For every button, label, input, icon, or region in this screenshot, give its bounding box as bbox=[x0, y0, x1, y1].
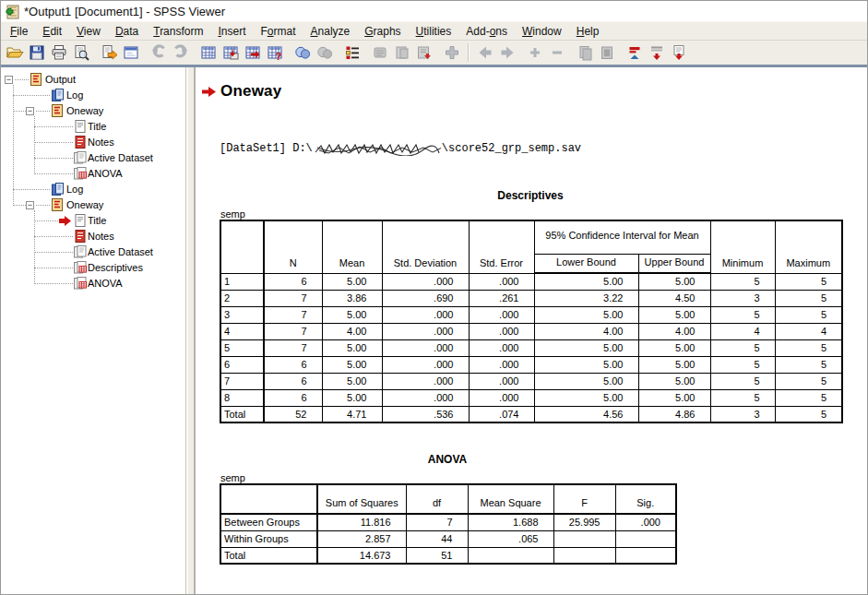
value-cell: .000 bbox=[469, 273, 534, 290]
value-cell: 3.86 bbox=[322, 290, 382, 306]
tree-item-oneway[interactable]: −Oneway bbox=[1, 197, 185, 213]
dataset-path-line: [DataSet1] D:\ \score52_grp_semp.sav bbox=[220, 141, 867, 156]
menu-analyze[interactable]: Analyze bbox=[303, 23, 358, 40]
descriptives-header: Upper Bound bbox=[638, 254, 710, 273]
panel-splitter[interactable] bbox=[186, 67, 196, 594]
variables-list-icon[interactable] bbox=[341, 42, 363, 64]
show-output-icon bbox=[574, 42, 596, 64]
value-cell: 5 bbox=[775, 273, 842, 290]
variables-icon[interactable]: ? bbox=[264, 42, 286, 64]
menu-graphs[interactable]: Graphs bbox=[357, 23, 408, 40]
value-cell: 5 bbox=[710, 306, 775, 323]
tree-item-label: Log bbox=[66, 89, 83, 101]
dataset-path-prefix: [DataSet1] D:\ bbox=[220, 142, 313, 155]
open-file-icon[interactable] bbox=[4, 42, 26, 64]
menu-view[interactable]: View bbox=[69, 23, 108, 40]
tree-item-notes[interactable]: Notes bbox=[1, 229, 185, 244]
table-icon bbox=[73, 166, 88, 181]
tree-item-log[interactable]: Log bbox=[1, 88, 185, 103]
tree-item-anova[interactable]: ANOVA bbox=[1, 166, 185, 182]
print-preview-icon[interactable] bbox=[70, 42, 92, 64]
row-label-cell: 3 bbox=[220, 306, 264, 323]
promote-output-icon[interactable] bbox=[624, 42, 646, 64]
dataset-icon bbox=[73, 150, 88, 165]
data-editor-icon[interactable] bbox=[197, 42, 220, 64]
menu-insert[interactable]: Insert bbox=[210, 23, 253, 40]
descriptives-row: 273.86.690.2613.224.5035 bbox=[220, 290, 842, 306]
value-cell: 6 bbox=[264, 389, 322, 406]
value-cell: .000 bbox=[382, 306, 469, 323]
tree-item-label: ANOVA bbox=[88, 278, 123, 289]
tree-item-label: Active Dataset bbox=[88, 152, 153, 163]
value-cell bbox=[615, 547, 676, 564]
value-cell: 5.00 bbox=[322, 373, 382, 389]
previous-output-icon bbox=[474, 42, 496, 64]
log-icon bbox=[50, 182, 65, 196]
tree-item-log[interactable]: Log bbox=[1, 182, 185, 197]
show-results-icon bbox=[391, 42, 413, 64]
toolbar: ? bbox=[1, 41, 867, 65]
tree-item-label: Notes bbox=[88, 137, 114, 148]
menu-window[interactable]: Window bbox=[515, 23, 569, 40]
value-cell: 4 bbox=[710, 323, 775, 339]
tree-item-label: Log bbox=[66, 184, 83, 195]
value-cell: 5 bbox=[775, 306, 842, 323]
menu-utilities[interactable]: Utilities bbox=[409, 23, 459, 40]
value-cell: 5 bbox=[775, 290, 842, 306]
tree-item-active-dataset[interactable]: Active Dataset bbox=[1, 244, 185, 260]
menu-format[interactable]: Format bbox=[254, 23, 303, 40]
export-output-icon[interactable] bbox=[98, 42, 120, 64]
table-icon bbox=[73, 276, 88, 291]
value-cell: .000 bbox=[469, 306, 534, 323]
tree-item-title-current[interactable]: Title bbox=[1, 213, 185, 229]
goto-case-icon[interactable] bbox=[242, 42, 264, 64]
value-cell: 5.00 bbox=[638, 356, 710, 373]
descriptives-header-blank bbox=[220, 220, 264, 273]
tree-item-descriptives[interactable]: Descriptives bbox=[1, 260, 185, 276]
output-content-panel[interactable]: Oneway [DataSet1] D:\ \score52_grp_semp.… bbox=[196, 67, 867, 594]
insert-heading-icon[interactable] bbox=[646, 42, 668, 64]
descriptives-header: Mean bbox=[322, 220, 382, 273]
tree-item-label: Title bbox=[88, 121, 106, 132]
value-cell: 1.688 bbox=[468, 514, 553, 530]
menu-file[interactable]: File bbox=[3, 23, 35, 40]
save-file-icon[interactable] bbox=[26, 42, 48, 64]
menu-data[interactable]: Data bbox=[108, 23, 146, 40]
outline-tree-panel: −OutputLog−OnewayTitleNotesActive Datase… bbox=[1, 67, 186, 594]
expand-output-icon bbox=[524, 42, 546, 64]
menu-transform[interactable]: Transform bbox=[146, 23, 210, 40]
tree-item-title[interactable]: Title bbox=[1, 119, 185, 135]
value-cell: 4.71 bbox=[322, 406, 382, 422]
value-cell bbox=[615, 530, 676, 547]
value-cell: 5.00 bbox=[322, 389, 382, 406]
tree-expander-minus[interactable]: − bbox=[26, 201, 34, 209]
recall-dialogs-icon[interactable] bbox=[120, 42, 142, 64]
menu-help[interactable]: Help bbox=[569, 23, 607, 40]
tree-item-notes[interactable]: Notes bbox=[1, 135, 185, 150]
tree-item-label: Active Dataset bbox=[88, 246, 153, 257]
goto-data-icon[interactable] bbox=[220, 42, 242, 64]
print-icon[interactable] bbox=[48, 42, 70, 64]
descriptives-table-caption: semp bbox=[220, 208, 867, 220]
value-cell: 5 bbox=[710, 339, 775, 356]
value-cell: 5 bbox=[775, 373, 842, 389]
insert-text-icon[interactable] bbox=[668, 42, 690, 64]
tree-item-output[interactable]: −Output bbox=[1, 72, 185, 88]
tree-item-anova[interactable]: ANOVA bbox=[1, 276, 185, 292]
find-icon[interactable] bbox=[291, 42, 314, 64]
title-icon bbox=[73, 119, 88, 134]
value-cell: 5 bbox=[710, 356, 775, 373]
value-cell: 7 bbox=[264, 290, 322, 306]
tree-expander-minus[interactable]: − bbox=[5, 76, 13, 84]
select-last-output-icon bbox=[314, 42, 336, 64]
tree-item-label: ANOVA bbox=[88, 168, 123, 179]
menu-edit[interactable]: Edit bbox=[35, 23, 69, 40]
table-icon bbox=[73, 260, 88, 275]
tree-item-active-dataset[interactable]: Active Dataset bbox=[1, 150, 185, 166]
row-label-cell: 7 bbox=[220, 373, 264, 389]
value-cell: .000 bbox=[469, 356, 534, 373]
menu-addons[interactable]: Add-ons bbox=[458, 23, 515, 40]
tree-expander-minus[interactable]: − bbox=[26, 107, 34, 115]
tree-item-oneway[interactable]: −Oneway bbox=[1, 103, 185, 119]
row-label-cell: Between Groups bbox=[220, 514, 317, 530]
